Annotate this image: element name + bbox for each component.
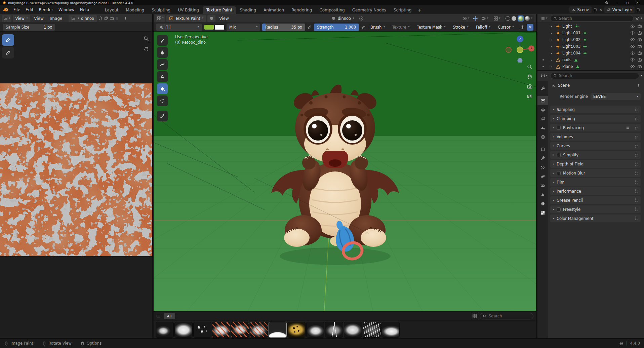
brush-thumb-smear[interactable] <box>156 322 174 338</box>
strength-slider[interactable]: Strength 1.000 <box>314 24 359 31</box>
shading-rendered-button[interactable] <box>525 16 530 21</box>
disable-render-icon[interactable] <box>637 64 642 69</box>
disable-render-icon[interactable] <box>637 31 642 35</box>
outliner-row-light-003[interactable]: ▸Light.003 <box>537 43 644 50</box>
drag-dots-icon[interactable] <box>634 171 638 175</box>
outliner-row-light-001[interactable]: ▸Light.001 <box>537 30 644 36</box>
smear-tool[interactable] <box>157 59 168 70</box>
pan-hand-icon[interactable] <box>143 46 149 52</box>
display-settings-icon[interactable] <box>472 314 477 318</box>
disable-render-icon[interactable] <box>637 37 642 42</box>
viewlayer-selector[interactable]: ViewLayer <box>604 6 635 13</box>
mask-tool[interactable] <box>157 95 168 106</box>
cursor-popover[interactable]: Cursor▾ <box>495 24 516 31</box>
panel-motion-blur[interactable]: ▸Motion Blur <box>550 169 641 177</box>
fill-tool[interactable] <box>157 83 168 94</box>
close-tool-settings-button[interactable]: × <box>527 24 533 31</box>
drag-dots-icon[interactable] <box>634 217 638 221</box>
overlays-popover[interactable]: ▾ <box>480 15 490 22</box>
panel-menu-icon[interactable] <box>626 126 630 130</box>
tab-animation[interactable]: Animation <box>260 6 288 14</box>
navigation-gizmo[interactable]: Z X <box>505 34 535 63</box>
tab-constraints-properties[interactable] <box>537 181 548 190</box>
annotate-tool[interactable] <box>2 47 14 59</box>
disable-render-icon[interactable] <box>637 57 642 62</box>
editor-type-button[interactable]: ▾ <box>156 15 165 22</box>
panel-color-management[interactable]: ▸Color Management <box>550 215 641 222</box>
image-editor-menu-view[interactable]: View <box>32 16 46 21</box>
pin-icon[interactable] <box>637 83 641 87</box>
disable-render-icon[interactable] <box>637 51 642 55</box>
panel-performance[interactable]: ▸Performance <box>550 187 641 195</box>
tab-viewlayer-properties[interactable] <box>537 114 548 123</box>
shading-wireframe-button[interactable] <box>506 16 510 21</box>
panel-raytracing[interactable]: ▸Raytracing <box>550 124 641 131</box>
gizmo-toggle-icon[interactable] <box>473 16 478 21</box>
brush-thumb-snow-selected[interactable] <box>269 322 287 338</box>
tab-geometry-nodes[interactable]: Geometry Nodes <box>349 6 390 14</box>
panel-simplify[interactable]: ▸Simplify <box>550 151 641 159</box>
tab-modeling[interactable]: Modeling <box>122 6 148 14</box>
drag-dots-icon[interactable] <box>634 180 638 184</box>
tab-compositing[interactable]: Compositing <box>316 6 348 14</box>
outliner-row-light-004[interactable]: ▸Light.004 <box>537 50 644 56</box>
hide-eye-icon[interactable] <box>630 37 635 42</box>
proportional-edit-icon[interactable] <box>520 25 525 29</box>
texture-mask-popover[interactable]: Texture Mask▾ <box>414 24 448 31</box>
hide-eye-icon[interactable] <box>630 57 635 62</box>
tab-tool-properties[interactable] <box>537 84 548 93</box>
outliner-row-light-002[interactable]: ▸Light.002 <box>537 36 644 43</box>
drag-dots-icon[interactable] <box>634 162 638 166</box>
tab-shading[interactable]: Shading <box>236 6 260 14</box>
outliner-row-plane-001[interactable]: ▸Plane.001 <box>537 70 644 71</box>
close-button[interactable]: × <box>636 1 639 4</box>
drag-dots-icon[interactable] <box>634 117 638 121</box>
outliner-display-mode[interactable]: ▾ <box>539 15 549 22</box>
falloff-popover[interactable]: Falloff▾ <box>473 24 493 31</box>
properties-editor-type[interactable]: ▾ <box>539 72 549 79</box>
brush-thumb-round[interactable] <box>344 322 362 338</box>
sample-color-tool[interactable] <box>2 34 14 46</box>
tab-rendering[interactable]: Rendering <box>288 6 316 14</box>
maximize-button[interactable]: □ <box>626 1 629 4</box>
menu-help[interactable]: Help <box>77 6 91 13</box>
tab-scene-properties[interactable] <box>537 123 548 132</box>
blend-mode-dropdown[interactable]: Mix ▾ <box>227 24 260 31</box>
secondary-color-swatch[interactable] <box>214 25 225 30</box>
tab-modifier-properties[interactable] <box>537 154 548 163</box>
minimize-button[interactable]: − <box>616 1 618 4</box>
tab-data-properties[interactable] <box>537 190 548 199</box>
image-editor-menu-image[interactable]: Image <box>47 16 65 21</box>
brush-thumb-wave[interactable] <box>381 322 400 338</box>
panel-grease-pencil[interactable]: ▸Grease Pencil <box>550 196 641 204</box>
hide-eye-icon[interactable] <box>630 24 635 29</box>
tab-material-properties[interactable] <box>537 199 548 208</box>
disable-render-icon[interactable] <box>637 44 642 49</box>
open-image-icon[interactable] <box>110 16 114 21</box>
shading-solid-button[interactable] <box>512 16 516 21</box>
tab-uv-editing[interactable]: UV Editing <box>174 6 203 14</box>
shading-material-button[interactable] <box>518 15 524 22</box>
tab-object-properties[interactable] <box>537 145 548 154</box>
raytracing-checkbox[interactable] <box>557 126 561 130</box>
visibility-popover[interactable]: ▾ <box>461 15 471 22</box>
xray-popover[interactable]: ▾ <box>492 15 502 22</box>
asset-search-input[interactable] <box>489 314 522 318</box>
filter-icon[interactable] <box>635 16 639 21</box>
strength-pressure-icon[interactable] <box>361 25 366 30</box>
hide-eye-icon[interactable] <box>630 31 635 35</box>
panel-curves[interactable]: ▸Curves <box>550 142 641 150</box>
panel-depth-of-field[interactable]: ▸Depth of Field <box>550 160 641 168</box>
draw-brush-tool[interactable] <box>157 35 168 46</box>
extensions-icon[interactable] <box>619 341 623 346</box>
drag-dots-icon[interactable] <box>634 198 638 202</box>
properties-search-input[interactable] <box>559 73 637 78</box>
menu-edit[interactable]: Edit <box>23 6 36 13</box>
menu-window[interactable]: Window <box>56 6 77 13</box>
brush-thumb-stripes-1[interactable] <box>212 322 230 338</box>
viewport-menu-view[interactable]: View <box>217 16 231 21</box>
duplicate-image-icon[interactable] <box>104 16 108 21</box>
brush-falloff-icon[interactable] <box>359 16 364 21</box>
image-datablock-selector[interactable]: ▾ dinnoo <box>69 15 97 22</box>
menu-file[interactable]: File <box>11 6 23 13</box>
